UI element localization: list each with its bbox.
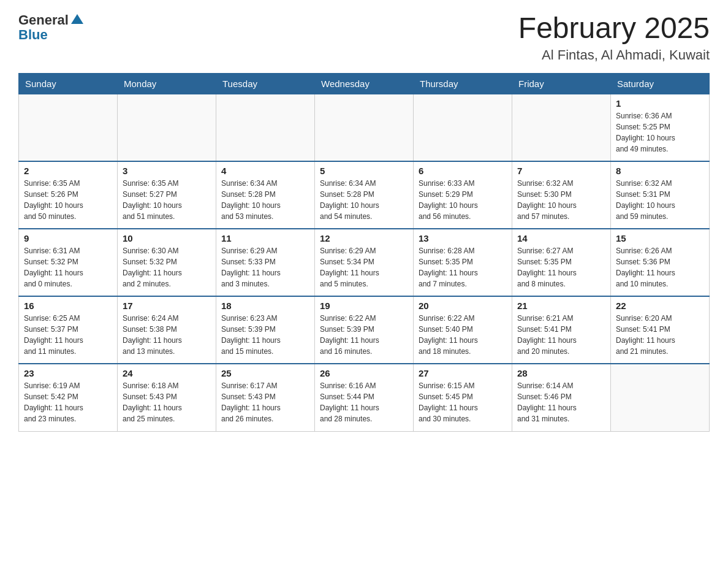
day-number: 6 (419, 166, 507, 176)
calendar-day-cell: 28Sunrise: 6:14 AM Sunset: 5:46 PM Dayli… (512, 364, 611, 431)
calendar-day-cell: 18Sunrise: 6:23 AM Sunset: 5:39 PM Dayli… (216, 296, 315, 364)
logo-triangle-icon (71, 14, 83, 24)
calendar-day-cell: 7Sunrise: 6:32 AM Sunset: 5:30 PM Daylig… (512, 161, 611, 229)
calendar-day-cell: 20Sunrise: 6:22 AM Sunset: 5:40 PM Dayli… (414, 296, 512, 364)
weekday-header-sunday: Sunday (19, 73, 118, 94)
calendar-day-cell: 21Sunrise: 6:21 AM Sunset: 5:41 PM Dayli… (512, 296, 611, 364)
calendar-day-cell: 1Sunrise: 6:36 AM Sunset: 5:25 PM Daylig… (611, 94, 710, 161)
calendar-day-cell (414, 94, 512, 161)
day-number: 1 (616, 98, 704, 109)
day-number: 17 (123, 301, 211, 311)
logo-text: General (18, 12, 83, 28)
weekday-header-thursday: Thursday (414, 73, 512, 94)
day-info: Sunrise: 6:19 AM Sunset: 5:42 PM Dayligh… (24, 380, 112, 424)
day-info: Sunrise: 6:18 AM Sunset: 5:43 PM Dayligh… (123, 380, 211, 424)
calendar-table: SundayMondayTuesdayWednesdayThursdayFrid… (18, 73, 710, 432)
calendar-day-cell: 23Sunrise: 6:19 AM Sunset: 5:42 PM Dayli… (19, 364, 118, 431)
day-number: 16 (24, 301, 112, 311)
day-info: Sunrise: 6:34 AM Sunset: 5:28 PM Dayligh… (320, 178, 408, 222)
day-info: Sunrise: 6:20 AM Sunset: 5:41 PM Dayligh… (616, 313, 704, 357)
location-title: Al Fintas, Al Ahmadi, Kuwait (518, 47, 710, 63)
calendar-day-cell: 24Sunrise: 6:18 AM Sunset: 5:43 PM Dayli… (118, 364, 216, 431)
day-number: 18 (221, 301, 309, 311)
day-number: 19 (320, 301, 408, 311)
day-info: Sunrise: 6:29 AM Sunset: 5:34 PM Dayligh… (320, 245, 408, 289)
calendar-day-cell (611, 364, 710, 431)
day-number: 22 (616, 301, 704, 311)
calendar-week-row: 1Sunrise: 6:36 AM Sunset: 5:25 PM Daylig… (19, 94, 710, 161)
day-info: Sunrise: 6:35 AM Sunset: 5:27 PM Dayligh… (123, 178, 211, 222)
day-number: 10 (123, 233, 211, 243)
day-info: Sunrise: 6:17 AM Sunset: 5:43 PM Dayligh… (221, 380, 309, 424)
calendar-day-cell: 14Sunrise: 6:27 AM Sunset: 5:35 PM Dayli… (512, 229, 611, 296)
day-info: Sunrise: 6:26 AM Sunset: 5:36 PM Dayligh… (616, 245, 704, 289)
day-info: Sunrise: 6:23 AM Sunset: 5:39 PM Dayligh… (221, 313, 309, 357)
calendar-day-cell: 16Sunrise: 6:25 AM Sunset: 5:37 PM Dayli… (19, 296, 118, 364)
calendar-week-row: 23Sunrise: 6:19 AM Sunset: 5:42 PM Dayli… (19, 364, 710, 431)
day-number: 11 (221, 233, 309, 243)
calendar-day-cell: 15Sunrise: 6:26 AM Sunset: 5:36 PM Dayli… (611, 229, 710, 296)
calendar-day-cell: 27Sunrise: 6:15 AM Sunset: 5:45 PM Dayli… (414, 364, 512, 431)
day-number: 12 (320, 233, 408, 243)
day-info: Sunrise: 6:22 AM Sunset: 5:39 PM Dayligh… (320, 313, 408, 357)
day-info: Sunrise: 6:14 AM Sunset: 5:46 PM Dayligh… (517, 380, 605, 424)
calendar-day-cell: 26Sunrise: 6:16 AM Sunset: 5:44 PM Dayli… (315, 364, 414, 431)
day-info: Sunrise: 6:32 AM Sunset: 5:30 PM Dayligh… (517, 178, 605, 222)
day-number: 20 (419, 301, 507, 311)
weekday-header-monday: Monday (118, 73, 216, 94)
weekday-header-wednesday: Wednesday (315, 73, 414, 94)
day-info: Sunrise: 6:29 AM Sunset: 5:33 PM Dayligh… (221, 245, 309, 289)
day-number: 28 (517, 368, 605, 378)
day-number: 5 (320, 166, 408, 176)
weekday-header-friday: Friday (512, 73, 611, 94)
weekday-header-saturday: Saturday (611, 73, 710, 94)
day-info: Sunrise: 6:35 AM Sunset: 5:26 PM Dayligh… (24, 178, 112, 222)
day-number: 13 (419, 233, 507, 243)
title-area: February 2025 Al Fintas, Al Ahmadi, Kuwa… (518, 12, 710, 63)
calendar-day-cell: 17Sunrise: 6:24 AM Sunset: 5:38 PM Dayli… (118, 296, 216, 364)
day-number: 25 (221, 368, 309, 378)
calendar-day-cell: 13Sunrise: 6:28 AM Sunset: 5:35 PM Dayli… (414, 229, 512, 296)
day-number: 24 (123, 368, 211, 378)
header: General Blue February 2025 Al Fintas, Al… (18, 12, 710, 63)
calendar-day-cell: 10Sunrise: 6:30 AM Sunset: 5:32 PM Dayli… (118, 229, 216, 296)
weekday-header-tuesday: Tuesday (216, 73, 315, 94)
calendar-day-cell (118, 94, 216, 161)
day-info: Sunrise: 6:32 AM Sunset: 5:31 PM Dayligh… (616, 178, 704, 222)
day-info: Sunrise: 6:28 AM Sunset: 5:35 PM Dayligh… (419, 245, 507, 289)
day-number: 3 (123, 166, 211, 176)
day-info: Sunrise: 6:24 AM Sunset: 5:38 PM Dayligh… (123, 313, 211, 357)
day-info: Sunrise: 6:27 AM Sunset: 5:35 PM Dayligh… (517, 245, 605, 289)
day-info: Sunrise: 6:34 AM Sunset: 5:28 PM Dayligh… (221, 178, 309, 222)
day-number: 4 (221, 166, 309, 176)
calendar-week-row: 9Sunrise: 6:31 AM Sunset: 5:32 PM Daylig… (19, 229, 710, 296)
day-number: 23 (24, 368, 112, 378)
day-info: Sunrise: 6:25 AM Sunset: 5:37 PM Dayligh… (24, 313, 112, 357)
logo: General Blue (18, 12, 83, 43)
calendar-day-cell (19, 94, 118, 161)
day-number: 27 (419, 368, 507, 378)
day-info: Sunrise: 6:22 AM Sunset: 5:40 PM Dayligh… (419, 313, 507, 357)
day-info: Sunrise: 6:30 AM Sunset: 5:32 PM Dayligh… (123, 245, 211, 289)
weekday-header-row: SundayMondayTuesdayWednesdayThursdayFrid… (19, 73, 710, 94)
month-title: February 2025 (518, 12, 710, 45)
calendar-day-cell: 19Sunrise: 6:22 AM Sunset: 5:39 PM Dayli… (315, 296, 414, 364)
calendar-day-cell: 4Sunrise: 6:34 AM Sunset: 5:28 PM Daylig… (216, 161, 315, 229)
day-number: 15 (616, 233, 704, 243)
day-number: 2 (24, 166, 112, 176)
day-info: Sunrise: 6:33 AM Sunset: 5:29 PM Dayligh… (419, 178, 507, 222)
day-info: Sunrise: 6:16 AM Sunset: 5:44 PM Dayligh… (320, 380, 408, 424)
calendar-day-cell: 6Sunrise: 6:33 AM Sunset: 5:29 PM Daylig… (414, 161, 512, 229)
day-info: Sunrise: 6:15 AM Sunset: 5:45 PM Dayligh… (419, 380, 507, 424)
day-number: 8 (616, 166, 704, 176)
day-number: 21 (517, 301, 605, 311)
calendar-day-cell: 22Sunrise: 6:20 AM Sunset: 5:41 PM Dayli… (611, 296, 710, 364)
calendar-day-cell: 8Sunrise: 6:32 AM Sunset: 5:31 PM Daylig… (611, 161, 710, 229)
logo-general-text: General (18, 12, 69, 28)
calendar-day-cell: 5Sunrise: 6:34 AM Sunset: 5:28 PM Daylig… (315, 161, 414, 229)
day-number: 7 (517, 166, 605, 176)
calendar-day-cell: 11Sunrise: 6:29 AM Sunset: 5:33 PM Dayli… (216, 229, 315, 296)
logo-blue-text: Blue (18, 27, 48, 43)
calendar-day-cell: 25Sunrise: 6:17 AM Sunset: 5:43 PM Dayli… (216, 364, 315, 431)
calendar-day-cell: 3Sunrise: 6:35 AM Sunset: 5:27 PM Daylig… (118, 161, 216, 229)
